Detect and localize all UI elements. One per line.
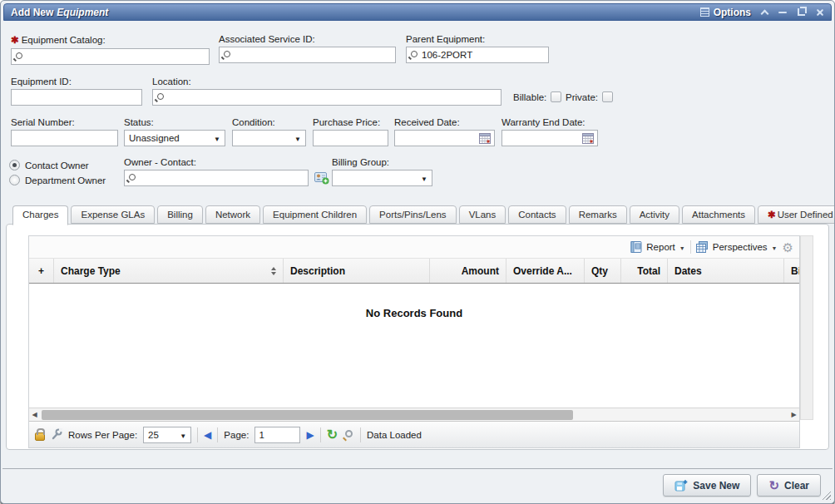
tab-charges[interactable]: Charges [12,205,68,225]
search-icon [157,93,164,100]
private-checkbox[interactable] [602,91,613,102]
equipment-catalog-label: ✱Equipment Catalog: [11,34,210,46]
column-total[interactable]: Total [621,259,668,283]
gear-icon[interactable]: ⚙ [783,241,793,254]
rows-per-page-select[interactable]: 25 [143,427,191,443]
tab-network[interactable]: Network [205,205,260,224]
billable-checkbox[interactable] [551,91,561,102]
grid-status-text: Data Loaded [367,430,422,440]
tab-billing[interactable]: Billing [157,205,203,224]
status-select[interactable]: Unassigned [124,130,225,146]
required-marker: ✱ [11,35,19,45]
tab-strip: Charges Expense GLAs Billing Network Equ… [12,205,835,225]
field-location: Location: [152,77,501,106]
tab-activity[interactable]: Activity [630,205,679,224]
owner-contact-label: Owner - Contact: [124,157,309,167]
tab-equipment-children[interactable]: Equipment Children [263,205,367,224]
parent-equipment-input[interactable]: 106-2PORT [406,47,549,63]
purchase-price-label: Purchase Price: [313,117,388,127]
scrollbar-thumb[interactable] [42,410,573,420]
footer-divider [2,468,833,469]
equipment-catalog-input[interactable] [11,48,210,65]
save-icon [674,479,688,492]
field-billable: Billable: [513,91,561,102]
search-icon [411,51,418,57]
popout-icon[interactable] [798,8,805,16]
tab-remarks[interactable]: Remarks [569,205,627,224]
add-contact-icon[interactable] [314,170,329,185]
received-date-input[interactable] [394,130,495,146]
field-condition: Condition: [232,117,306,146]
warranty-end-date-input[interactable] [501,130,598,146]
department-owner-radio[interactable] [9,175,20,185]
clear-label: Clear [784,480,809,492]
tab-contacts[interactable]: Contacts [508,205,566,224]
search-icon [224,51,230,57]
column-description[interactable]: Description [284,259,430,283]
column-add[interactable]: + [29,259,54,283]
column-qty[interactable]: Qty [585,259,621,283]
grid-header-row: + Charge Type Description Amount Overrid… [29,259,799,284]
equipment-id-input[interactable] [11,89,142,106]
calendar-icon[interactable] [582,132,594,144]
grid-empty-message: No Records Found [29,284,799,408]
refresh-icon[interactable] [327,428,338,442]
report-icon [630,241,642,253]
page-input[interactable]: 1 [254,427,300,443]
perspectives-button[interactable]: Perspectives [696,241,778,253]
column-charge-type[interactable]: Charge Type [54,259,284,283]
close-icon[interactable] [816,8,824,17]
scroll-left-icon[interactable] [29,408,40,421]
calendar-icon[interactable] [479,132,491,144]
scrollbar-track[interactable] [40,409,788,421]
perspectives-label: Perspectives [713,242,768,252]
sort-icon[interactable] [271,267,276,275]
private-label: Private: [566,92,598,102]
billing-group-label: Billing Group: [332,157,432,167]
contact-owner-radio[interactable] [9,160,20,170]
owner-contact-input[interactable] [124,170,309,186]
vertical-scrollbar[interactable] [800,235,813,420]
tab-attachments[interactable]: Attachments [682,205,755,224]
minimize-icon[interactable] [778,12,787,13]
pager-divider [217,427,218,442]
tab-expense-glas[interactable]: Expense GLAs [71,205,155,224]
previous-page-icon[interactable] [204,430,211,440]
scroll-right-icon[interactable] [788,408,799,421]
column-bill[interactable]: Bill [784,259,799,283]
serial-number-input[interactable] [11,130,118,146]
next-page-icon[interactable] [306,430,314,440]
column-amount[interactable]: Amount [430,259,506,283]
purchase-price-input[interactable] [313,130,388,146]
save-new-button[interactable]: Save New [663,474,751,497]
contact-owner-label: Contact Owner [25,161,89,170]
billable-label: Billable: [513,92,546,102]
rows-per-page-label: Rows Per Page: [68,430,137,440]
dialog-title: Add NewEquipment [11,7,108,18]
department-owner-option[interactable]: Department Owner [9,175,106,185]
collapse-icon[interactable] [761,9,769,17]
grid-search-icon[interactable] [345,430,353,437]
page-label: Page: [224,430,249,440]
location-input[interactable] [152,89,501,106]
tab-vlans[interactable]: VLans [459,205,506,224]
tab-user-defined-fields[interactable]: ✱User Defined Fields [758,205,835,224]
wrench-icon[interactable] [51,428,62,441]
search-icon [129,174,136,180]
column-override-amount[interactable]: Override A... [506,259,585,283]
associated-service-id-label: Associated Service ID: [219,34,396,44]
condition-select[interactable] [232,130,306,146]
clear-button[interactable]: Clear [757,474,821,497]
column-dates[interactable]: Dates [668,259,784,283]
associated-service-id-input[interactable] [219,47,396,63]
tab-ports-pins-lens[interactable]: Ports/Pins/Lens [369,205,457,224]
options-button[interactable]: Options [700,7,751,18]
chevron-down-icon [180,430,186,440]
billing-group-select[interactable] [332,170,432,186]
field-equipment-id: Equipment ID: [11,77,142,106]
options-menu-icon [700,7,709,17]
contact-owner-option[interactable]: Contact Owner [9,160,106,170]
resize-handle[interactable] [820,489,831,500]
lock-icon[interactable] [35,432,45,441]
report-button[interactable]: Report [630,241,684,253]
